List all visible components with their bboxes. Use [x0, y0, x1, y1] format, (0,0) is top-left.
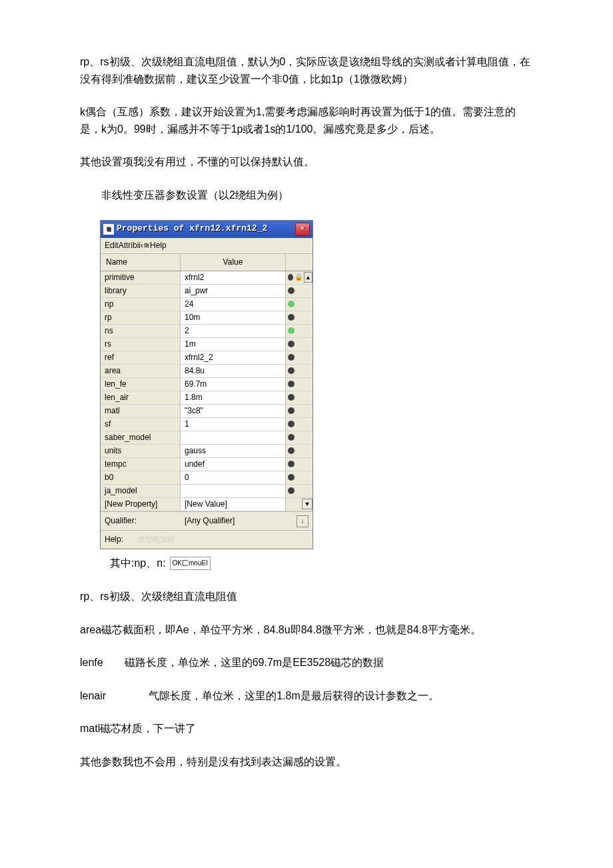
property-value-cell[interactable]: 69.7m [181, 378, 286, 391]
paragraph-rp-rs-2: rp、rs初级、次级绕组直流电阻值 [80, 588, 533, 605]
property-value-cell[interactable]: 84.8u [181, 365, 286, 377]
indicator-cell: ▼ [286, 498, 312, 511]
property-value-cell[interactable] [181, 485, 286, 497]
table-row[interactable]: ns2 [101, 325, 312, 338]
chevron-down-icon: ↓ [301, 516, 305, 527]
table-row[interactable]: sf1 [101, 418, 312, 431]
status-dot-icon [288, 381, 295, 387]
table-row[interactable]: b00 [101, 471, 312, 485]
indicator-cell [286, 445, 312, 457]
property-value-cell[interactable]: 1 [181, 418, 286, 431]
table-row[interactable]: ja_model [101, 485, 312, 498]
table-row[interactable]: len_air1.8m [101, 391, 312, 405]
table-row[interactable]: tempcundef [101, 458, 312, 471]
property-value-cell[interactable]: 2 [181, 325, 286, 337]
status-dot-icon [288, 407, 295, 414]
property-value-cell[interactable]: 10m [181, 311, 286, 324]
status-dot-icon [288, 354, 295, 361]
paragraph-nonlinear-title: 非线性变压器参数设置（以2绕组为例） [80, 187, 533, 204]
table-row[interactable]: saber_model [101, 431, 312, 445]
property-name-cell: [New Property] [101, 498, 181, 511]
indicator-cell [286, 378, 312, 391]
property-name-cell: matl [101, 405, 181, 417]
lock-icon: 🔒 [295, 272, 303, 283]
property-name-cell: units [101, 445, 181, 457]
qualifier-label: Qualifier: [105, 515, 185, 527]
property-name-cell: ref [101, 351, 181, 364]
indicator-cell [286, 285, 312, 297]
status-dot-icon [288, 341, 295, 347]
grid-header: Name Value [101, 254, 312, 271]
watermark-text: 世纪电源网 [138, 534, 308, 546]
property-name-cell: rp [101, 311, 181, 324]
grid-body: primitivexfrnl2🔒▲libraryai_pwrnp24rp10mn… [101, 271, 312, 511]
status-dot-icon [288, 474, 295, 481]
help-row: Help: 世纪电源网 [101, 530, 312, 549]
table-row[interactable]: primitivexfrnl2🔒▲ [101, 271, 312, 285]
property-value-cell[interactable]: "3c8" [181, 405, 286, 417]
dialog-titlebar: ▦ Properties of xfrn12.xfrn12_2 ✕ [101, 221, 312, 238]
paragraph-matl: matl磁芯材质，下一讲了 [80, 720, 533, 737]
indicator-cell [286, 458, 312, 471]
indicator-cell [286, 311, 312, 324]
caption-np-ns: 其中:np、n: OK匚mnuEI [110, 555, 533, 572]
qualifier-row: Qualifier: [Any Qualifier] ↓ [101, 511, 312, 530]
inline-input-fragment[interactable]: OK匚mnuEI [170, 557, 211, 570]
scroll-down-button[interactable]: ▼ [302, 499, 312, 509]
indicator-cell [286, 338, 312, 351]
indicator-cell [286, 485, 312, 497]
property-name-cell: len_fe [101, 378, 181, 391]
indicator-cell [286, 418, 312, 431]
table-row[interactable]: matl"3c8" [101, 405, 312, 418]
table-row[interactable]: len_fe69.7m [101, 378, 312, 391]
table-row[interactable]: libraryai_pwr [101, 285, 312, 298]
scroll-up-button[interactable]: ▲ [304, 272, 312, 283]
indicator-cell [286, 325, 312, 337]
header-indicator [286, 254, 312, 271]
indicator-cell [286, 351, 312, 364]
table-row[interactable]: [New Property][New Value]▼ [101, 498, 312, 511]
property-name-cell: saber_model [101, 431, 181, 444]
property-name-cell: ns [101, 325, 181, 337]
table-row[interactable]: rs1m [101, 338, 312, 351]
table-row[interactable]: np24 [101, 298, 312, 311]
property-value-cell[interactable]: gauss [181, 445, 286, 457]
close-button[interactable]: ✕ [295, 223, 310, 236]
indicator-cell [286, 471, 312, 484]
status-dot-icon [288, 287, 295, 294]
indicator-cell [286, 298, 312, 311]
property-value-cell[interactable]: 0 [181, 471, 286, 484]
table-row[interactable]: area84.8u [101, 365, 312, 378]
app-icon: ▦ [103, 224, 114, 235]
table-row[interactable]: unitsgauss [101, 445, 312, 458]
property-name-cell: primitive [101, 271, 181, 284]
qualifier-dropdown-button[interactable]: ↓ [297, 515, 308, 527]
property-value-cell[interactable]: xfrnl2 [181, 271, 286, 284]
table-row[interactable]: rp10m [101, 311, 312, 325]
qualifier-value[interactable]: [Any Qualifier] [185, 515, 297, 527]
status-dot-icon [288, 314, 295, 321]
property-value-cell[interactable]: 1.8m [181, 391, 286, 404]
dialog-menubar[interactable]: EditAttribii‹≋Help [101, 238, 312, 254]
header-name: Name [101, 254, 181, 271]
status-dot-icon [288, 447, 295, 454]
status-dot-icon [288, 301, 295, 307]
property-value-cell[interactable]: 24 [181, 298, 286, 311]
paragraph-area: area磁芯截面积，即Ae，单位平方米，84.8u即84.8微平方米，也就是84… [80, 621, 533, 639]
property-name-cell: rs [101, 338, 181, 351]
property-value-cell[interactable]: undef [181, 458, 286, 471]
paragraph-other-settings: 其他设置项我没有用过，不懂的可以保持默认值。 [80, 153, 533, 171]
table-row[interactable]: refxfrnl2_2 [101, 351, 312, 365]
status-dot-icon [288, 367, 295, 374]
dialog-title: Properties of xfrn12.xfrn12_2 [117, 222, 295, 236]
property-name-cell: np [101, 298, 181, 311]
property-value-cell[interactable] [181, 431, 286, 444]
property-value-cell[interactable]: 1m [181, 338, 286, 351]
header-value: Value [181, 254, 286, 271]
indicator-cell: 🔒▲ [286, 271, 312, 284]
property-value-cell[interactable]: xfrnl2_2 [181, 351, 286, 364]
paragraph-k-coupling: k偶合（互感）系数，建议开始设置为1,需要考虑漏感影响时再设置为低于1的值。需要… [80, 103, 533, 137]
property-value-cell[interactable]: ai_pwr [181, 285, 286, 297]
paragraph-lenfe: lenfe 磁路长度，单位米，这里的69.7m是EE3528磁芯的数据 [80, 654, 533, 671]
property-value-cell[interactable]: [New Value] [181, 498, 286, 511]
